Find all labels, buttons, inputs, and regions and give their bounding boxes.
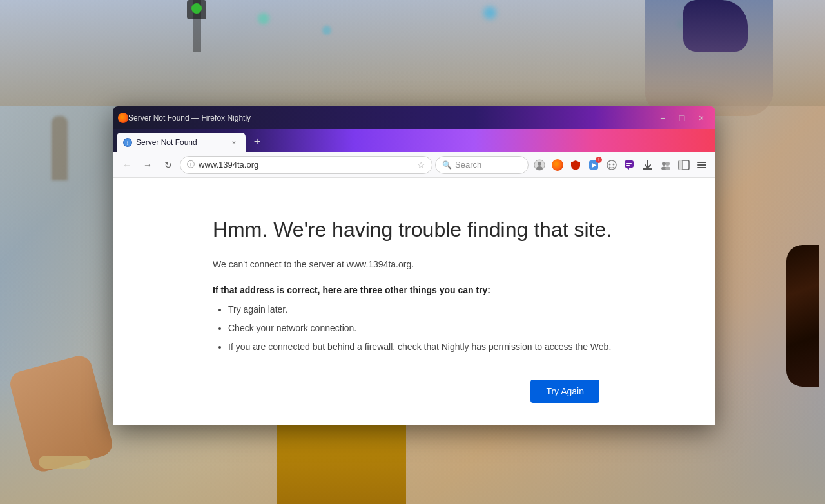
chat-icon[interactable]: [621, 157, 638, 173]
braid-right: [786, 245, 819, 387]
browser-window: Server Not Found — Firefox Nightly − □ ×…: [113, 106, 715, 425]
forward-button[interactable]: →: [139, 156, 157, 174]
bokeh-1: [258, 13, 269, 24]
svg-rect-13: [626, 165, 630, 166]
shield-icon[interactable]: [567, 157, 584, 173]
bracelet: [39, 456, 90, 469]
search-icon: 🔍: [442, 160, 452, 170]
tip-3: If you are connected but behind a firewa…: [228, 340, 664, 354]
new-tab-button[interactable]: +: [248, 133, 266, 151]
tab-close-button[interactable]: ×: [229, 137, 239, 148]
person-silhouette: [52, 116, 68, 180]
toolbar-icons: ▶ !: [531, 157, 710, 173]
error-tips-list: Try again later. Check your network conn…: [213, 303, 664, 354]
error-description: We can't connect to the server at www.13…: [213, 259, 664, 269]
bokeh-3: [483, 6, 496, 19]
traffic-light-green: [191, 3, 202, 14]
svg-rect-12: [626, 163, 632, 164]
download-icon[interactable]: [639, 157, 656, 173]
bokeh-2: [322, 26, 331, 35]
svg-rect-21: [697, 162, 706, 163]
notification-icon[interactable]: ▶ !: [585, 157, 602, 173]
window-title: Server Not Found — Firefox Nightly: [128, 113, 654, 122]
title-bar: Server Not Found — Firefox Nightly − □ ×: [113, 106, 715, 129]
tab-title: Server Not Found: [136, 138, 225, 147]
window-controls: − □ ×: [654, 109, 710, 127]
search-placeholder: Search: [455, 160, 481, 170]
error-tips-heading: If that address is correct, here are thr…: [213, 285, 664, 295]
container-icon[interactable]: [603, 157, 620, 173]
account-icon[interactable]: [531, 157, 548, 173]
active-tab[interactable]: i Server Not Found ×: [117, 133, 246, 152]
svg-rect-19: [679, 160, 683, 170]
address-bar[interactable]: ⓘ www.1394ta.org ☆: [180, 156, 432, 174]
minimize-button[interactable]: −: [654, 109, 672, 127]
search-bar[interactable]: 🔍 Search: [435, 156, 529, 174]
svg-point-9: [613, 163, 615, 165]
address-text: www.1394ta.org: [199, 160, 413, 170]
try-again-button[interactable]: Try Again: [530, 380, 599, 403]
browser-body: Hmm. We're having trouble finding that s…: [113, 178, 715, 425]
svg-point-17: [665, 166, 670, 170]
back-button[interactable]: ←: [118, 156, 136, 174]
maximize-button[interactable]: □: [673, 109, 691, 127]
svg-point-3: [538, 162, 541, 166]
notification-badge: !: [596, 157, 602, 163]
menu-icon[interactable]: [694, 157, 710, 173]
tab-favicon-icon: i: [123, 138, 132, 147]
svg-point-4: [536, 166, 543, 170]
svg-text:▶: ▶: [592, 162, 597, 168]
navigation-bar: ← → ↻ ⓘ www.1394ta.org ☆ 🔍 Search: [113, 152, 715, 178]
page-content: Hmm. We're having trouble finding that s…: [113, 178, 715, 425]
tip-2: Check your network connection.: [228, 322, 664, 335]
svg-point-15: [666, 162, 670, 166]
tip-1: Try again later.: [228, 303, 664, 316]
svg-point-14: [662, 162, 666, 166]
blue-hair: [683, 0, 748, 52]
reload-button[interactable]: ↻: [159, 156, 177, 174]
bookmark-star-icon[interactable]: ☆: [417, 160, 425, 170]
svg-point-8: [609, 163, 611, 165]
svg-rect-22: [697, 164, 706, 166]
close-button[interactable]: ×: [692, 109, 710, 127]
error-heading: Hmm. We're having trouble finding that s…: [213, 217, 664, 244]
sidebar-icon[interactable]: [675, 157, 692, 173]
profiles-icon[interactable]: [657, 157, 674, 173]
firefox-icon[interactable]: [549, 157, 566, 173]
svg-rect-23: [697, 167, 706, 168]
firefox-logo-icon: [118, 113, 128, 123]
secure-icon: ⓘ: [187, 159, 195, 170]
svg-marker-11: [626, 168, 629, 170]
tab-bar: i Server Not Found × +: [113, 129, 715, 152]
